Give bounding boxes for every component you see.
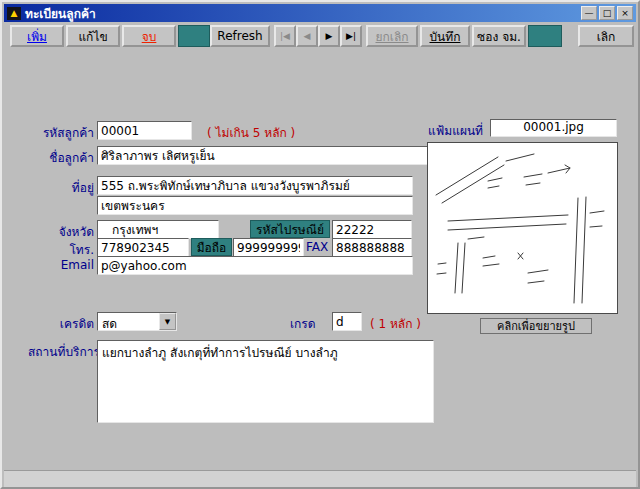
grade-input[interactable] [332,312,362,331]
refresh-button[interactable]: Refresh [210,25,270,47]
map-file-value: 00001.jpg [490,119,617,137]
toolbar-spacer [528,25,562,47]
nav-first-button[interactable]: |◀ [274,25,296,47]
map-file-label: แฟ้มแผนที่ [428,121,483,140]
credit-select[interactable]: สด ▼ [97,312,177,331]
fax-label: FAX [306,240,328,254]
credit-selected-value: สด [98,313,159,330]
service-location-label: สถานที่บริการ [28,342,100,361]
minimize-icon[interactable]: — [581,6,597,20]
toolbar: เพิ่ม แก้ไข จบ Refresh |◀ ◀ ▶ ▶| ยกเลิก … [4,23,640,49]
edit-button[interactable]: แก้ไข [66,25,120,47]
close-icon[interactable]: × [617,6,633,20]
restore-icon[interactable]: □ [599,6,615,20]
postal-code-input[interactable] [332,220,412,239]
fax-input[interactable] [332,238,412,257]
map-sketch [428,143,617,313]
map-image[interactable] [427,142,618,314]
grade-label: เกรด [290,314,316,333]
address-line2-input[interactable] [97,196,413,215]
nav-prev-button[interactable]: ◀ [296,25,318,47]
province-label: จังหวัด [12,222,94,241]
customer-code-label: รหัสลูกค้า [12,123,94,142]
exit-button[interactable]: เลิก [578,25,634,47]
phone-label: โทร. [12,240,94,259]
address-label: ที่อยู่ [12,178,94,197]
envelope-button[interactable]: ซอง จม. [472,25,526,47]
app-icon: ▲ [7,7,21,20]
mobile-label: มือถือ [191,238,232,256]
cancel-button[interactable]: ยกเลิก [366,25,418,47]
titlebar: ▲ ทะเบียนลูกค้า — □ × [4,4,636,22]
add-button[interactable]: เพิ่ม [10,25,64,47]
window-footer [4,470,636,487]
customer-name-input[interactable] [97,146,452,165]
service-location-input[interactable]: แยกบางลำภู สังเกตุที่ทำการไปรษณีย์ บางลำ… [97,340,434,423]
nav-next-button[interactable]: ▶ [318,25,340,47]
customer-code-input[interactable] [97,121,192,140]
customer-code-hint: ( ไม่เกิน 5 หลัก ) [207,123,295,142]
map-enlarge-hint[interactable]: คลิกเพื่อขยายรูป [480,318,592,334]
toolbar-spacer [178,25,210,47]
address-line1-input[interactable] [97,176,413,195]
chevron-down-icon[interactable]: ▼ [159,313,176,330]
email-input[interactable] [97,256,413,275]
mobile-input[interactable] [233,238,304,257]
postal-code-label: รหัสไปรษณีย์ [250,220,330,238]
save-button[interactable]: บันทึก [420,25,470,47]
province-input[interactable] [97,220,219,239]
grade-hint: ( 1 หลัก ) [370,314,421,333]
phone-input[interactable] [97,238,189,257]
end-button[interactable]: จบ [122,25,176,47]
nav-last-button[interactable]: ▶| [340,25,362,47]
customer-name-label: ชื่อลูกค้า [12,148,94,167]
email-label: Email [12,258,94,272]
window-title: ทะเบียนลูกค้า [25,4,579,23]
credit-label: เครดิต [12,314,94,333]
app-window: ▲ ทะเบียนลูกค้า — □ × เพิ่ม แก้ไข จบ Ref… [0,0,640,489]
